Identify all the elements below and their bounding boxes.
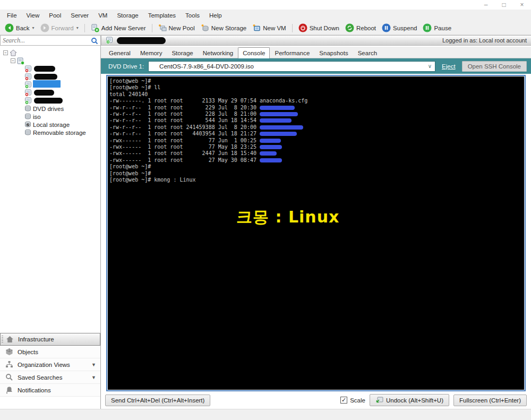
tree-vm-row[interactable] xyxy=(0,73,100,81)
dvd-iso-select[interactable]: CentOS-7.9-x86_64-DVD-2009.iso ∨ xyxy=(148,61,435,72)
redacted-filename xyxy=(260,158,282,162)
storage-label: iso xyxy=(33,114,41,120)
menu-server[interactable]: Server xyxy=(66,10,93,21)
console-line: -rwx------ 1 root root 2447 Jun 18 15:40 xyxy=(109,150,524,157)
redacted-vm-name xyxy=(34,98,63,104)
vm-console-screen[interactable]: [root@web ~]# [root@web ~]# ll total 240… xyxy=(106,75,526,391)
collapse-icon[interactable]: − xyxy=(11,58,15,63)
tree-vm-row[interactable] xyxy=(0,65,100,73)
send-ctrl-alt-del-button[interactable]: Send Ctrl+Alt+Del (Ctrl+Alt+Insert) xyxy=(105,395,210,406)
scale-label: Scale xyxy=(350,397,365,404)
forward-dropdown-caret[interactable]: ▾ xyxy=(76,25,79,30)
minimize-button[interactable]: – xyxy=(477,0,495,10)
tab-general[interactable]: General xyxy=(104,48,135,58)
nav-notifications[interactable]: Notifications xyxy=(0,384,100,397)
tab-search[interactable]: Search xyxy=(353,48,382,58)
scale-checkbox[interactable]: ✓ xyxy=(340,397,347,404)
dvd-drive-bar: DVD Drive 1: CentOS-7.9-x86_64-DVD-2009.… xyxy=(101,58,531,74)
add-new-server-button[interactable]: Add New Server xyxy=(89,23,148,33)
new-storage-button[interactable]: New Storage xyxy=(199,23,248,33)
nav-label: Infrastructure xyxy=(18,336,54,342)
console-line: -rw-r--r-- 1 root root 228 Jul 8 21:00 xyxy=(109,111,524,117)
redacted-vm-name xyxy=(34,90,54,96)
menu-file[interactable]: File xyxy=(2,10,22,21)
chevron-down-icon[interactable]: ▼ xyxy=(91,375,96,380)
tree-storage-row-dvd-drives[interactable]: DVD drives xyxy=(0,105,100,113)
tree-host-row[interactable]: − xyxy=(0,57,100,65)
organization-views-icon xyxy=(5,361,13,368)
nav-infrastructure[interactable]: Infrastructure xyxy=(0,333,100,346)
tab-snapshots[interactable]: Snapshots xyxy=(314,48,353,58)
pause-button[interactable]: Pause xyxy=(421,22,453,33)
tab-storage[interactable]: Storage xyxy=(167,48,198,58)
collapse-icon[interactable]: − xyxy=(3,50,8,55)
open-ssh-console-button[interactable]: Open SSH Console xyxy=(462,61,527,72)
home-icon xyxy=(10,49,17,56)
infrastructure-home-icon xyxy=(6,336,14,343)
menu-templates[interactable]: Templates xyxy=(143,10,181,21)
menu-vm[interactable]: VM xyxy=(93,10,112,21)
chevron-down-icon[interactable]: ▼ xyxy=(91,362,96,367)
console-line: [root@web ~]# kmong : Linux xyxy=(109,177,524,183)
saved-searches-icon xyxy=(5,373,13,381)
menu-tools[interactable]: Tools xyxy=(181,10,204,21)
resource-tree: − − xyxy=(0,46,100,333)
tab-strip: General Memory Storage Networking Consol… xyxy=(101,47,531,58)
storage-label: Removable storage xyxy=(33,130,86,136)
forward-button[interactable]: Forward▾ xyxy=(39,22,80,33)
console-line: -rw-------. 1 root root 2133 May 29 07:5… xyxy=(109,98,524,104)
back-dropdown-caret[interactable]: ▾ xyxy=(32,25,35,30)
search-box xyxy=(0,35,101,46)
new-vm-icon xyxy=(252,24,261,32)
vm-stopped-icon xyxy=(24,65,32,73)
fullscreen-button[interactable]: Fullscreen (Ctrl+Enter) xyxy=(453,395,527,406)
tree-root-row[interactable]: − xyxy=(0,49,100,57)
vm-running-icon xyxy=(106,37,114,44)
toolbar-separator xyxy=(292,24,293,32)
nav-saved-searches[interactable]: Saved Searches ▼ xyxy=(0,371,100,384)
tab-performance[interactable]: Performance xyxy=(270,48,314,58)
toolbar-separator xyxy=(152,24,152,32)
tab-console[interactable]: Console xyxy=(238,47,270,58)
console-line: [root@web ~]# ll xyxy=(109,84,524,91)
maximize-button[interactable]: □ xyxy=(495,0,513,10)
tree-storage-row-removable-storage[interactable]: Removable storage xyxy=(0,128,100,136)
nav-label: Organization Views xyxy=(18,362,70,368)
new-vm-button[interactable]: New VM xyxy=(251,23,287,33)
redacted-filename xyxy=(260,106,295,110)
menu-storage[interactable]: Storage xyxy=(112,10,143,21)
objects-cube-icon xyxy=(5,348,13,356)
scale-option: ✓ Scale xyxy=(340,397,365,404)
tree-storage-row-iso[interactable]: iso xyxy=(0,113,100,121)
search-input[interactable] xyxy=(1,36,85,45)
storage-cylinder-icon xyxy=(24,105,31,112)
suspend-button[interactable]: Suspend xyxy=(380,22,418,33)
eject-link[interactable]: Eject xyxy=(442,63,456,70)
close-button[interactable]: × xyxy=(513,0,531,10)
reboot-button[interactable]: Reboot xyxy=(344,22,378,33)
tree-vm-row[interactable] xyxy=(0,97,100,105)
nav-organization-views[interactable]: Organization Views ▼ xyxy=(0,358,100,371)
tab-networking[interactable]: Networking xyxy=(198,48,238,58)
console-line: -rwx------ 1 root root 27 May 30 08:47 xyxy=(109,157,524,164)
back-button[interactable]: Back▾ xyxy=(3,22,36,33)
tab-memory[interactable]: Memory xyxy=(135,48,167,58)
status-bar xyxy=(0,409,531,420)
main-toolbar: Back▾ Forward▾ Add New Server New Pool xyxy=(0,21,531,35)
menu-view[interactable]: View xyxy=(22,10,45,21)
tree-storage-row-local-storage[interactable]: Local storage xyxy=(0,121,100,128)
redacted-filename xyxy=(260,132,297,136)
nav-objects[interactable]: Objects xyxy=(0,346,100,358)
menu-pool[interactable]: Pool xyxy=(44,10,66,21)
xencenter-window: – □ × File View Pool Server VM Storage T… xyxy=(0,0,531,420)
redacted-filename xyxy=(260,125,303,130)
menu-help[interactable]: Help xyxy=(204,10,227,21)
undock-button[interactable]: Undock (Alt+Shift+U) xyxy=(370,394,449,406)
search-icon[interactable] xyxy=(91,37,98,46)
console-line: -rw-r--r-- 1 root root 4403954 Jul 18 21… xyxy=(109,131,524,137)
shut-down-button[interactable]: Shut Down xyxy=(297,22,341,33)
redacted-filename xyxy=(260,145,282,149)
tree-vm-row-selected[interactable] xyxy=(0,81,100,89)
new-pool-button[interactable]: New Pool xyxy=(157,23,196,33)
tree-vm-row[interactable] xyxy=(0,89,100,97)
